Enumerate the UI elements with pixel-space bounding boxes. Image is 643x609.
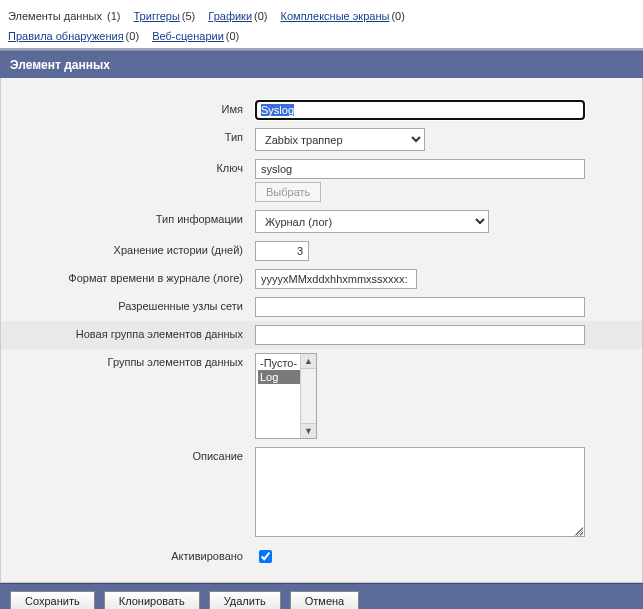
- nav-item-triggers[interactable]: Триггеры: [134, 10, 180, 22]
- label-description: Описание: [1, 443, 249, 543]
- label-new-group: Новая группа элементов данных: [1, 321, 249, 349]
- cancel-button[interactable]: Отмена: [290, 591, 359, 609]
- footer-toolbar: Сохранить Клонировать Удалить Отмена: [0, 583, 643, 609]
- label-type: Тип: [1, 124, 249, 155]
- nav-count: (1): [107, 10, 120, 22]
- chevron-down-icon[interactable]: ▼: [301, 423, 316, 438]
- nav-item-screens[interactable]: Комплексные экраны: [281, 10, 390, 22]
- name-input[interactable]: [255, 100, 585, 120]
- description-textarea[interactable]: [255, 447, 585, 537]
- label-enabled: Активировано: [1, 543, 249, 570]
- nav-item-web[interactable]: Веб-сценарии: [152, 30, 224, 42]
- key-input[interactable]: [255, 159, 585, 179]
- history-input[interactable]: [255, 241, 309, 261]
- nav-item-graphs[interactable]: Графики: [208, 10, 252, 22]
- section-title: Элемент данных: [0, 52, 643, 78]
- nav-item-data-elements[interactable]: Элементы данных: [8, 10, 105, 22]
- time-format-input[interactable]: [255, 269, 417, 289]
- label-time-format: Формат времени в журнале (логе): [1, 265, 249, 293]
- label-groups: Группы элементов данных: [1, 349, 249, 443]
- save-button[interactable]: Сохранить: [10, 591, 95, 609]
- label-allowed-hosts: Разрешенные узлы сети: [1, 293, 249, 321]
- new-group-input[interactable]: [255, 325, 585, 345]
- key-select-button[interactable]: Выбрать: [255, 182, 321, 202]
- info-type-select[interactable]: Журнал (лог): [255, 210, 489, 233]
- nav-item-discovery[interactable]: Правила обнаружения: [8, 30, 124, 42]
- enabled-checkbox[interactable]: [259, 550, 272, 563]
- label-info-type: Тип информации: [1, 206, 249, 237]
- form-area: Имя Тип Zabbix траппер Ключ Выбрать Тип …: [0, 78, 643, 583]
- label-history: Хранение истории (дней): [1, 237, 249, 265]
- top-nav: Элементы данных (1) Триггеры(5) Графики(…: [0, 0, 643, 48]
- delete-button[interactable]: Удалить: [209, 591, 281, 609]
- label-name: Имя: [1, 96, 249, 124]
- chevron-up-icon[interactable]: ▲: [301, 354, 316, 369]
- groups-listbox[interactable]: -Пусто- Log ▲ ▼: [255, 353, 317, 439]
- scrollbar[interactable]: ▲ ▼: [300, 354, 316, 438]
- label-key: Ключ: [1, 155, 249, 206]
- allowed-hosts-input[interactable]: [255, 297, 585, 317]
- clone-button[interactable]: Клонировать: [104, 591, 200, 609]
- type-select[interactable]: Zabbix траппер: [255, 128, 425, 151]
